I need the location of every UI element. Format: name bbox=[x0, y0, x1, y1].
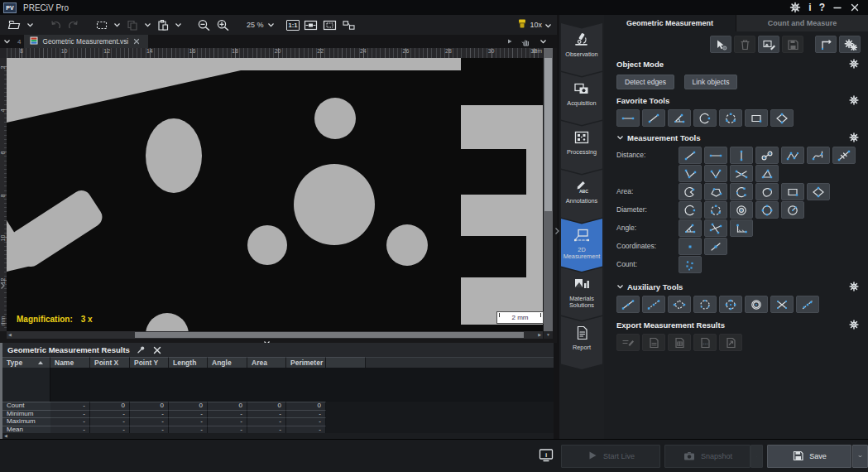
save-tool[interactable] bbox=[782, 36, 803, 53]
snapshot-options-caret-icon[interactable] bbox=[751, 445, 763, 468]
fit-screen-icon[interactable] bbox=[321, 20, 338, 31]
perpendicular-line-button[interactable] bbox=[704, 165, 727, 182]
aux-dotted-line-button[interactable] bbox=[642, 296, 665, 313]
measure-corner-tool[interactable] bbox=[815, 36, 837, 53]
copy-icon[interactable] bbox=[124, 19, 141, 31]
multi-line-button[interactable] bbox=[832, 147, 856, 164]
column-header-perimeter[interactable]: Perimeter bbox=[286, 357, 326, 368]
nav-item-acquisition[interactable]: Acquisition bbox=[561, 72, 602, 125]
tab-close-icon[interactable] bbox=[132, 38, 141, 45]
line-horizontal-button[interactable] bbox=[704, 147, 727, 164]
zoom-out-icon[interactable] bbox=[195, 19, 213, 31]
circle-center-button[interactable] bbox=[693, 109, 717, 127]
left-panel-expander-icon[interactable] bbox=[0, 280, 6, 292]
rectangle-button[interactable] bbox=[745, 109, 768, 127]
auxiliary-tools-settings-gear-icon[interactable] bbox=[849, 282, 859, 291]
edit-image-tool[interactable] bbox=[758, 36, 779, 53]
rotated-rectangle-button[interactable] bbox=[807, 183, 830, 200]
nav-item-processing[interactable]: Processing bbox=[561, 121, 602, 174]
caret-down-icon[interactable] bbox=[173, 22, 184, 28]
caret-down-icon[interactable] bbox=[538, 38, 549, 45]
circle-3point-button[interactable] bbox=[719, 109, 742, 127]
specimen-image[interactable] bbox=[7, 58, 543, 331]
save-options-caret-icon[interactable] bbox=[852, 445, 868, 468]
circle-3point-button[interactable] bbox=[704, 201, 727, 219]
column-header-name[interactable]: Name bbox=[50, 357, 90, 368]
scroll-right-arrow-icon[interactable]: ▶ bbox=[536, 331, 543, 339]
measurement-tools-collapse-icon[interactable] bbox=[616, 134, 624, 141]
angle-lines-button[interactable] bbox=[679, 165, 702, 182]
delete-tool[interactable] bbox=[734, 36, 755, 53]
minimize-icon[interactable] bbox=[832, 2, 842, 12]
column-header-point-x[interactable]: Point X bbox=[90, 357, 130, 368]
document-tab[interactable]: Geometric Measurement.vsi bbox=[24, 35, 148, 48]
nav-item-annotations[interactable]: ABCAnnotations bbox=[561, 170, 602, 223]
pin-icon[interactable] bbox=[137, 345, 146, 354]
angle-3point-button[interactable] bbox=[668, 109, 691, 127]
rotated-rectangle-button[interactable] bbox=[770, 109, 794, 127]
tab-list-caret[interactable] bbox=[2, 38, 12, 45]
column-header-length[interactable]: Length bbox=[169, 357, 208, 368]
tool-settings[interactable] bbox=[839, 36, 861, 53]
export-csv-button[interactable] bbox=[693, 334, 717, 351]
close-icon[interactable] bbox=[850, 2, 860, 12]
start-live-button[interactable]: Start Live bbox=[561, 445, 660, 468]
pan-hand-icon[interactable] bbox=[520, 37, 533, 46]
axes-angle-button[interactable] bbox=[730, 219, 753, 237]
rectangle-button[interactable] bbox=[781, 183, 804, 200]
line-horizontal-button[interactable] bbox=[616, 109, 640, 127]
caret-down-icon[interactable] bbox=[25, 22, 36, 28]
expand-icon[interactable] bbox=[340, 20, 357, 31]
count-points-button[interactable] bbox=[679, 256, 702, 273]
measurement-tools-settings-gear-icon[interactable] bbox=[849, 132, 859, 142]
aux-circle-button[interactable] bbox=[693, 296, 717, 313]
one-to-one-button[interactable]: 1:1 bbox=[286, 20, 300, 31]
column-header-area[interactable]: Area bbox=[247, 357, 286, 368]
results-scrollbar[interactable]: ◀ bbox=[2, 433, 554, 439]
column-header-type[interactable]: Type bbox=[2, 357, 50, 368]
info-icon[interactable]: i bbox=[808, 2, 811, 12]
snapshot-button[interactable]: Snapshot bbox=[664, 445, 751, 468]
tab-geometric-measurement[interactable]: Geometric Measurement bbox=[604, 15, 736, 31]
arc-area-button[interactable] bbox=[679, 183, 702, 200]
results-close-icon[interactable] bbox=[152, 345, 162, 355]
export-annotate-button[interactable] bbox=[616, 334, 640, 351]
redo-icon[interactable] bbox=[65, 20, 82, 31]
export-file-button[interactable] bbox=[642, 334, 665, 351]
polyline-button[interactable] bbox=[781, 147, 804, 164]
favorite-tools-settings-gear-icon[interactable] bbox=[849, 95, 859, 105]
display-info-icon[interactable]: i bbox=[536, 446, 556, 467]
polygon-area-button[interactable] bbox=[704, 183, 727, 200]
aux-cross-button[interactable] bbox=[770, 296, 794, 313]
arc-segment-button[interactable] bbox=[730, 183, 753, 200]
nav-item-materials-solutions[interactable]: Materials Solutions bbox=[561, 267, 602, 320]
horizontal-scrollbar-thumb[interactable] bbox=[135, 332, 524, 338]
open-icon[interactable] bbox=[5, 19, 23, 31]
vertical-scrollbar-thumb[interactable] bbox=[544, 58, 552, 211]
aux-rotated-rect-button[interactable] bbox=[668, 296, 691, 313]
link-objects-button[interactable]: Link objects bbox=[684, 75, 738, 89]
objective-selector[interactable]: 10x bbox=[517, 17, 557, 32]
detect-edges-button[interactable]: Detect edges bbox=[616, 75, 674, 89]
export-excel-grid-button[interactable] bbox=[719, 334, 742, 351]
results-table-body[interactable] bbox=[2, 368, 554, 402]
angle-4point-button[interactable] bbox=[704, 219, 727, 237]
column-header-point-y[interactable]: Point Y bbox=[130, 357, 169, 368]
marquee-icon[interactable] bbox=[94, 20, 110, 31]
play-small-icon[interactable] bbox=[505, 38, 515, 45]
triangle-height-button[interactable] bbox=[755, 165, 779, 182]
aux-line-button[interactable] bbox=[616, 296, 640, 313]
export-settings-gear-icon[interactable] bbox=[849, 320, 859, 330]
save-button[interactable]: Save bbox=[767, 445, 851, 468]
line-arbitrary-button[interactable] bbox=[642, 109, 665, 127]
curve-length-button[interactable] bbox=[807, 147, 830, 164]
objective-caret-icon[interactable] bbox=[544, 17, 552, 32]
select-tool[interactable] bbox=[710, 36, 731, 53]
help-icon[interactable]: ? bbox=[819, 2, 825, 12]
spline-area-button[interactable] bbox=[755, 183, 779, 200]
caret-down-icon[interactable] bbox=[112, 22, 122, 28]
aux-concentric-button[interactable] bbox=[745, 296, 768, 313]
caret-down-icon[interactable] bbox=[142, 22, 153, 28]
scroll-left-arrow-icon[interactable]: ◀ bbox=[7, 331, 13, 339]
zoom-in-icon[interactable] bbox=[214, 19, 232, 31]
